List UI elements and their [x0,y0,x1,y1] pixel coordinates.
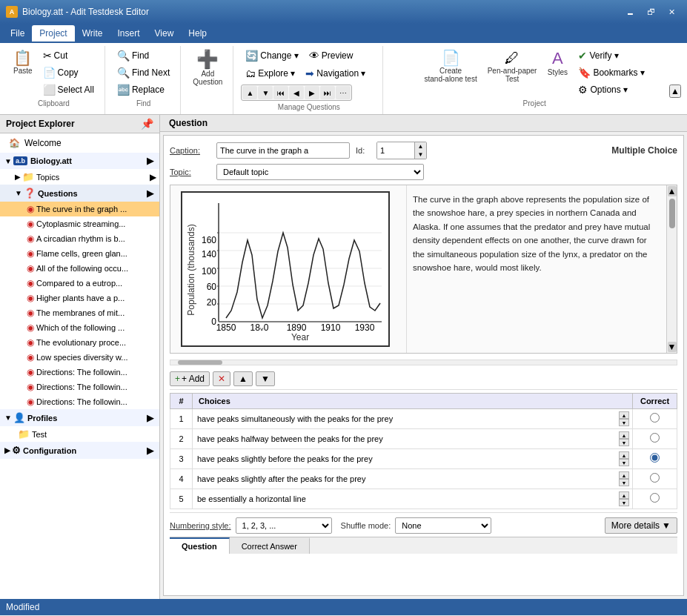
minimize-button[interactable]: 🗕 [620,4,640,19]
nav-last-btn[interactable]: ⏭ [320,86,335,99]
sidebar-item-profiles[interactable]: ▼ 👤 Profiles ▶ [0,409,159,426]
select-all-button[interactable]: ⬜ Select All [39,82,99,98]
nav-extra-btn[interactable]: ⋯ [336,86,351,99]
ribbon-collapse-button[interactable]: ▲ [669,85,681,98]
choice-correct-cell[interactable] [633,489,677,509]
correct-radio[interactable] [650,473,660,483]
tab-question[interactable]: Question [170,537,230,554]
pin-icon[interactable]: 📌 [141,118,153,130]
menu-insert[interactable]: Insert [110,25,147,42]
move-choice-down-button[interactable]: ▼ [256,371,275,386]
add-question-button[interactable]: ➕ AddQuestion [188,47,227,89]
shuffle-select[interactable]: None [395,517,491,534]
choice-text-input[interactable] [196,473,616,485]
move-choice-up-button[interactable]: ▲ [233,371,253,386]
nav-up-btn[interactable]: ▲ [242,86,257,99]
sidebar-item-q6[interactable]: ◉ Compared to a eutrop... [0,276,159,291]
choice-scroll-down[interactable]: ▼ [619,419,629,426]
tab-correct-answer[interactable]: Correct Answer [230,537,310,554]
sidebar-item-questions[interactable]: ▼ ❓ Questions ▶ [0,185,159,202]
pen-paper-button[interactable]: 🖊 Pen-and-paperTest [483,47,542,86]
scroll-up-btn[interactable]: ▲ [668,186,677,196]
bookmarks-button[interactable]: 🔖 Bookmarks ▾ [574,64,648,81]
sidebar-item-test[interactable]: 📁 Test [0,426,159,442]
menu-file[interactable]: File [3,25,32,42]
correct-radio[interactable] [650,433,660,443]
menu-project[interactable]: Project [32,25,74,42]
verify-button[interactable]: ✔ Verify ▾ [574,47,648,64]
choice-text-input[interactable] [196,493,616,505]
paste-button[interactable]: 📋 Paste [9,47,37,78]
choice-text-cell[interactable]: ▲▼ [193,469,633,489]
sidebar-item-q12[interactable]: ◉ Directions: The followin... [0,365,159,380]
copy-button[interactable]: 📄 Copy [39,64,99,81]
choice-text-cell[interactable]: ▲▼ [193,449,633,469]
add-choice-button[interactable]: + + Add [170,371,210,386]
choice-scroll-up[interactable]: ▲ [619,411,629,419]
topic-select[interactable]: Default topic [216,164,424,180]
caption-input[interactable] [216,142,350,159]
choice-scroll-down[interactable]: ▼ [619,499,629,506]
nav-prev-btn[interactable]: ◀ [289,86,304,99]
choice-correct-cell[interactable] [633,409,677,429]
choice-text-input[interactable] [196,453,616,465]
sidebar-item-q14[interactable]: ◉ Directions: The followin... [0,394,159,409]
navigation-button[interactable]: ➡ Navigation ▾ [301,65,370,82]
find-next-button[interactable]: 🔍 Find Next [113,64,174,81]
choice-correct-cell[interactable] [633,429,677,449]
change-button[interactable]: 🔄 Change ▾ [241,47,302,64]
remove-choice-button[interactable]: ✕ [213,371,230,386]
choice-text-cell[interactable]: ▲▼ [193,409,633,429]
sidebar-item-q8[interactable]: ◉ The membranes of mit... [0,305,159,320]
create-test-button[interactable]: 📄 Createstand-alone test [420,47,482,86]
more-details-button[interactable]: More details ▼ [605,517,677,534]
scroll-down-btn[interactable]: ▼ [668,342,677,352]
question-scrollbar[interactable]: ▲ ▼ [666,185,677,353]
choice-correct-cell[interactable] [633,469,677,489]
id-input[interactable] [377,142,414,159]
sidebar-item-configuration[interactable]: ▶ ⚙ Configuration ▶ [0,442,159,459]
scroll-thumb[interactable] [669,199,675,228]
nav-down-btn[interactable]: ▼ [258,86,273,99]
sidebar-item-q9[interactable]: ◉ Which of the following ... [0,320,159,335]
correct-radio[interactable] [650,453,660,463]
sidebar-item-q11[interactable]: ◉ Low species diversity w... [0,350,159,365]
sidebar-item-q10[interactable]: ◉ The evolutionary proce... [0,335,159,350]
explore-button[interactable]: 🗂 Explore ▾ [241,65,299,82]
choice-text-input[interactable] [196,433,616,445]
choice-scroll-up[interactable]: ▲ [619,471,629,479]
menu-view[interactable]: View [147,25,182,42]
preview-button[interactable]: 👁 Preview [305,47,358,64]
sidebar-item-q4[interactable]: ◉ Flame cells, green glan... [0,246,159,261]
choice-scroll-up[interactable]: ▲ [619,491,629,499]
sidebar-item-q7[interactable]: ◉ Higher plants have a p... [0,291,159,305]
choice-text-cell[interactable]: ▲▼ [193,489,633,509]
choice-scroll-up[interactable]: ▲ [619,431,629,439]
sidebar-item-biology[interactable]: ▼ a.b Biology.att ▶ [0,153,159,169]
correct-radio[interactable] [650,493,660,503]
id-spin-up[interactable]: ▲ [414,142,426,150]
choice-scroll-down[interactable]: ▼ [619,479,629,486]
nav-next-btn[interactable]: ▶ [305,86,319,99]
sidebar-item-q13[interactable]: ◉ Directions: The followin... [0,380,159,394]
styles-button[interactable]: A Styles [542,47,572,79]
options-button[interactable]: ⚙ Options ▾ [574,82,648,98]
sidebar-item-topics[interactable]: ▶ 📁 Topics ▶ [0,169,159,185]
sidebar-item-q5[interactable]: ◉ All of the following occu... [0,261,159,276]
id-spin-down[interactable]: ▼ [414,150,426,159]
cut-button[interactable]: ✂ Cut [39,47,99,64]
sidebar-welcome[interactable]: 🏠 Welcome [0,133,159,153]
maximize-button[interactable]: 🗗 [641,4,660,19]
find-button[interactable]: 🔍 Find [113,47,174,64]
choice-scroll-down[interactable]: ▼ [619,459,629,466]
sidebar-item-q3[interactable]: ◉ A circadian rhythm is b... [0,231,159,246]
choice-text-input[interactable] [196,413,616,425]
sidebar-item-q2[interactable]: ◉ Cytoplasmic streaming... [0,216,159,231]
close-button[interactable]: ✕ [662,4,681,19]
menu-help[interactable]: Help [181,25,214,42]
nav-first-btn[interactable]: ⏮ [273,86,288,99]
choice-text-cell[interactable]: ▲▼ [193,429,633,449]
choice-correct-cell[interactable] [633,449,677,469]
horizontal-scroll[interactable] [170,360,677,365]
numbering-select[interactable]: 1, 2, 3, ... [236,517,332,534]
